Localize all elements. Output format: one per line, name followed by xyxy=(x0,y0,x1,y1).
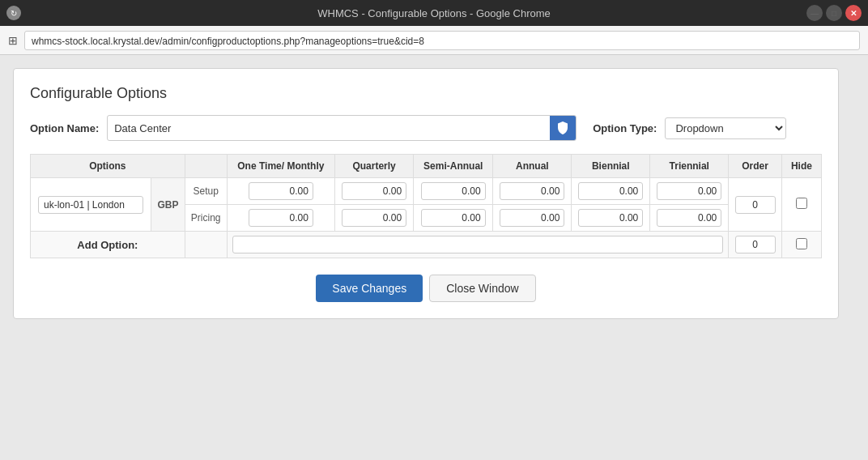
pricing-label-cell: Pricing xyxy=(185,205,227,232)
options-table: Options One Time/ Monthly Quarterly Semi… xyxy=(30,154,822,258)
setup-annual-cell xyxy=(493,178,572,205)
option-name-label: Option Name: xyxy=(30,122,99,134)
add-option-hide-cell xyxy=(781,232,821,258)
order-cell xyxy=(729,178,782,232)
th-annual: Annual xyxy=(493,155,572,178)
pricing-triennial-input[interactable] xyxy=(657,209,721,227)
maximize-button[interactable]: □ xyxy=(826,5,842,21)
setup-triennial-input[interactable] xyxy=(657,182,721,200)
pricing-one-time-monthly-input[interactable] xyxy=(249,209,313,227)
th-semi-annual: Semi-Annual xyxy=(414,155,493,178)
th-options: Options xyxy=(31,155,185,178)
add-option-label: Add Option: xyxy=(31,232,185,258)
setup-biennial-input[interactable] xyxy=(578,182,643,200)
table-header-row: Options One Time/ Monthly Quarterly Semi… xyxy=(31,155,822,178)
option-name-row: Option Name: Option Type: Dropdown Radio… xyxy=(30,115,822,141)
add-option-empty-cell xyxy=(185,232,227,258)
option-name-cell xyxy=(31,178,151,232)
setup-biennial-cell xyxy=(572,178,650,205)
navigation-icon: ⊞ xyxy=(8,34,18,47)
setup-semi-annual-input[interactable] xyxy=(421,182,486,200)
save-button[interactable]: Save Changes xyxy=(316,275,423,302)
pricing-biennial-cell xyxy=(572,205,650,232)
setup-quarterly-input[interactable] xyxy=(342,182,406,200)
add-option-order-input[interactable] xyxy=(735,236,776,253)
browser-icon: ↻ xyxy=(6,6,21,20)
option-name-text-input[interactable] xyxy=(38,196,143,214)
th-type xyxy=(185,155,227,178)
add-option-order-cell xyxy=(729,232,782,258)
th-quarterly: Quarterly xyxy=(335,155,414,178)
window-title: WHMCS - Configurable Options - Google Ch… xyxy=(317,7,551,19)
add-option-row: Add Option: xyxy=(31,232,822,258)
pricing-semi-annual-cell xyxy=(414,205,493,232)
title-bar: ↻ WHMCS - Configurable Options - Google … xyxy=(0,0,868,26)
setup-triennial-cell xyxy=(650,178,729,205)
shield-icon xyxy=(550,116,576,140)
pricing-quarterly-input[interactable] xyxy=(342,209,406,227)
address-bar: ⊞ whmcs-stock.local.krystal.dev/admin/co… xyxy=(0,26,868,55)
currency-cell: GBP xyxy=(151,178,185,232)
th-hide: Hide xyxy=(781,155,821,178)
setup-one-time-monthly-cell xyxy=(227,178,335,205)
setup-annual-input[interactable] xyxy=(500,182,564,200)
action-buttons: Save Changes Close Window xyxy=(30,275,822,302)
setup-semi-annual-cell xyxy=(414,178,493,205)
pricing-semi-annual-input[interactable] xyxy=(421,209,486,227)
setup-label-cell: Setup xyxy=(185,178,227,205)
th-order: Order xyxy=(729,155,782,178)
pricing-quarterly-cell xyxy=(335,205,414,232)
add-option-input-cell xyxy=(227,232,729,258)
add-option-input[interactable] xyxy=(232,236,724,253)
order-input[interactable] xyxy=(735,196,776,214)
setup-one-time-monthly-input[interactable] xyxy=(249,182,313,200)
url-bar[interactable]: whmcs-stock.local.krystal.dev/admin/conf… xyxy=(24,31,860,50)
pricing-annual-cell xyxy=(493,205,572,232)
close-window-button[interactable]: Close Window xyxy=(429,275,535,302)
panel-title: Configurable Options xyxy=(30,85,822,102)
browser-content: Configurable Options Option Name: Option… xyxy=(0,55,868,460)
add-option-hide-checkbox[interactable] xyxy=(796,238,807,249)
pricing-annual-input[interactable] xyxy=(500,209,564,227)
table-row: GBP Setup xyxy=(31,178,822,205)
window-controls: — □ ✕ xyxy=(806,5,862,21)
th-triennial: Triennial xyxy=(650,155,729,178)
setup-quarterly-cell xyxy=(335,178,414,205)
option-name-input[interactable] xyxy=(108,118,550,138)
pricing-one-time-monthly-cell xyxy=(227,205,335,232)
pricing-triennial-cell xyxy=(650,205,729,232)
configurable-options-panel: Configurable Options Option Name: Option… xyxy=(13,68,839,319)
close-button[interactable]: ✕ xyxy=(845,5,862,21)
minimize-button[interactable]: — xyxy=(806,5,823,21)
hide-cell xyxy=(781,178,821,232)
th-biennial: Biennial xyxy=(572,155,650,178)
hide-checkbox[interactable] xyxy=(796,198,807,209)
th-one-time-monthly: One Time/ Monthly xyxy=(227,155,335,178)
title-bar-left: ↻ xyxy=(6,6,21,20)
option-type-select[interactable]: Dropdown Radio Checkbox Quantity xyxy=(665,117,786,139)
option-name-input-wrap xyxy=(107,115,577,141)
pricing-biennial-input[interactable] xyxy=(578,209,643,227)
option-type-label: Option Type: xyxy=(593,122,657,134)
